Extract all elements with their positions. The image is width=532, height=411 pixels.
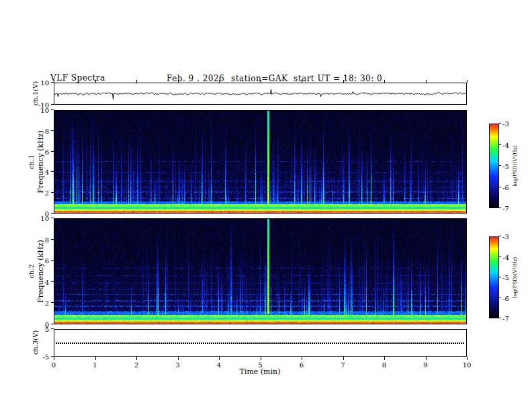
x-tick-label: 4 [217,361,221,369]
figure-date: Feb. 9 . 2026 [167,74,224,83]
colorbar1-label: log(PSD)(V²/Hz) [512,145,518,186]
tick-mark [467,80,468,83]
tick-mark [499,123,501,124]
tick-mark [426,357,427,360]
colorbar1-canvas [489,124,499,208]
tick-mark [51,281,54,282]
y-tick-label: 2 [45,189,49,197]
tick-mark [219,357,220,360]
tick-mark [51,109,54,110]
y-tick-label: -5 [42,353,49,361]
tick-mark [51,328,54,329]
tick-mark [51,218,54,218]
colorbar-tick-label: -7 [502,315,509,322]
tick-mark [384,80,385,83]
tick-mark [302,357,302,360]
tick-mark [499,208,501,208]
tick-mark [51,171,54,172]
ch1-voltage-axis-label: ch.1(V) [32,81,39,106]
x-tick-label: 8 [382,361,386,369]
tick-mark [499,298,501,298]
y-tick-label: 8 [45,236,49,243]
tick-mark [51,104,54,105]
y-tick-label: 6 [45,148,49,155]
spec1-channel-label: ch.1 [28,154,35,169]
vlf-spectra-figure: VLF Spectra Feb. 9 . 2026 station=GAK st… [0,0,532,411]
ch2-spectrogram-canvas [54,218,467,324]
y-tick-label: 10 [40,79,49,87]
x-tick-label: 2 [134,361,138,369]
colorbar-tick-label: -4 [502,253,509,261]
tick-mark [178,357,179,360]
y-tick-label: 5 [45,326,49,333]
colorbar-tick-label: -5 [502,163,509,170]
colorbar-tick-label: -6 [502,294,509,302]
x-tick-label: 9 [423,361,427,369]
y-tick-label: 10 [40,107,49,114]
colorbar-tick-label: -3 [502,120,509,128]
tick-mark [51,302,54,303]
tick-mark [51,260,54,261]
spec2-frequency-axis-label: Frequency (kHz) [36,240,45,303]
x-tick-label: 10 [463,361,472,369]
x-tick-label: 7 [341,361,345,369]
tick-mark [136,80,137,83]
colorbar-tick-label: -5 [502,274,509,281]
tick-mark [426,80,427,83]
x-tick-label: 6 [300,361,304,369]
tick-mark [384,357,385,360]
ch3-waveform-canvas [54,329,467,357]
colorbar-tick-label: -4 [502,141,509,148]
tick-mark [499,144,501,145]
tick-mark [343,80,344,83]
y-tick-label: 2 [45,300,49,307]
y-tick-label: 4 [45,169,49,176]
colorbar2-canvas [489,236,499,318]
spec2-channel-label: ch.2 [28,264,35,279]
tick-mark [51,151,54,152]
figure-title: VLF Spectra [50,73,105,83]
x-tick-label: 3 [175,361,179,369]
ch1-waveform-canvas [54,83,467,105]
tick-mark [51,324,54,324]
tick-mark [51,130,54,131]
spec1-frequency-axis-label: Frequency (kHz) [36,130,45,193]
tick-mark [499,165,501,166]
tick-mark [499,277,501,277]
tick-mark [499,187,501,187]
tick-mark [343,357,344,360]
figure-start-ut: start UT = 18: 30: 0 [294,74,382,83]
tick-mark [95,80,96,83]
y-tick-label: 10 [40,215,49,222]
tick-mark [51,239,54,240]
tick-mark [54,357,54,360]
figure-station: station=GAK [231,74,288,83]
tick-mark [302,80,302,83]
tick-mark [178,80,179,83]
y-tick-label: 4 [45,278,49,285]
colorbar-tick-label: -7 [502,205,509,212]
colorbar-tick-label: -3 [502,233,509,240]
colorbar-tick-label: -6 [502,183,509,191]
y-tick-label: 8 [45,127,49,134]
tick-mark [261,357,261,360]
y-tick-label: 6 [45,257,49,265]
ch1-spectrogram-canvas [54,110,467,214]
tick-mark [95,357,96,360]
tick-mark [54,80,54,83]
tick-mark [261,80,261,83]
tick-mark [467,357,468,360]
tick-mark [499,257,501,257]
tick-mark [219,80,220,83]
tick-mark [51,192,54,193]
ch3-voltage-axis-label: ch.3(V) [32,330,39,355]
x-tick-label: 5 [258,361,262,369]
tick-mark [499,236,501,236]
colorbar2-label: log(PSD)(V²/Hz) [512,257,518,298]
tick-mark [136,357,137,360]
x-tick-label: 1 [93,361,97,369]
x-tick-label: 0 [52,361,56,369]
tick-mark [51,213,54,214]
tick-mark [499,318,501,318]
